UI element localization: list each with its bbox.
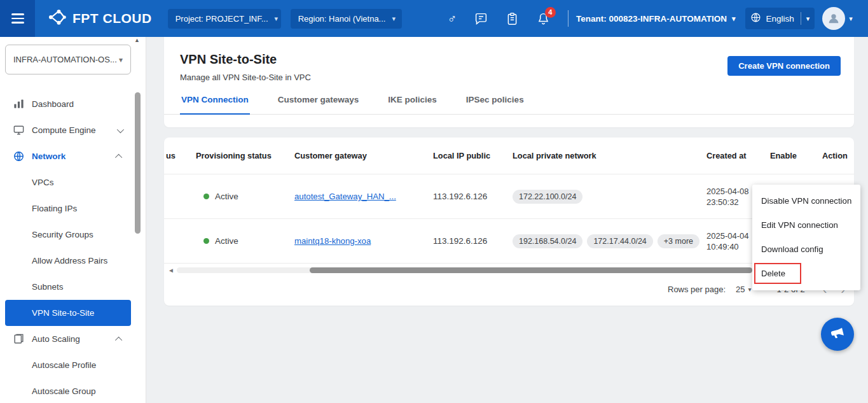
project-dropdown[interactable]: Project: PROJECT_INF... ▾	[168, 9, 281, 29]
tab-bar: VPN Connection Customer gateways IKE pol…	[164, 95, 854, 115]
column-provisioning-status: Provisioning status	[196, 151, 294, 160]
menu-item-disable-vpn-connection[interactable]: Disable VPN connection	[752, 189, 860, 213]
status-active-dot	[203, 238, 209, 244]
hamburger-menu-icon[interactable]	[0, 0, 35, 37]
chevron-down-icon: ▾	[732, 15, 736, 23]
table-row: Active autotest_Gateway_HAN_... 113.192.…	[164, 174, 854, 219]
scrollbar-thumb[interactable]	[310, 267, 752, 273]
create-vpn-connection-button[interactable]: Create VPN connection	[727, 56, 841, 76]
topbar: FPT CLOUD Project: PROJECT_INF... ▾ Regi…	[0, 0, 868, 37]
sidebar-item-autoscale-profile[interactable]: Autoscale Profile	[5, 352, 131, 378]
tab-customer-gateways[interactable]: Customer gateways	[277, 95, 361, 115]
customer-gateway-link[interactable]: autotest_Gateway_HAN_...	[294, 192, 433, 201]
sidebar-item-dashboard[interactable]: Dashboard	[5, 91, 131, 117]
tab-ike-policies[interactable]: IKE policies	[387, 95, 438, 115]
chevron-up-icon	[115, 336, 122, 343]
chevron-down-icon: ▾	[119, 55, 123, 64]
sidebar-item-compute-engine[interactable]: Compute Engine	[5, 117, 131, 143]
column-customer-gateway: Customer gateway	[294, 151, 433, 160]
sidebar-item-floating-ips[interactable]: Floating IPs	[5, 195, 131, 222]
chevron-down-icon: ▾	[748, 286, 752, 293]
local-ip-public: 113.192.6.126	[433, 236, 513, 246]
column-status: us	[164, 151, 196, 160]
language-dropdown[interactable]: English ▾	[745, 8, 815, 29]
menu-item-download-config[interactable]: Download config	[752, 237, 860, 262]
table-footer: Rows per page: 25 ▾ 1-2 of 2 ‹ ›	[164, 275, 854, 303]
chevron-down-icon: ▾	[385, 15, 396, 23]
avatar	[822, 7, 845, 30]
sidebar-item-network[interactable]: Network	[5, 143, 131, 169]
logo-text: FPT CLOUD	[72, 11, 152, 26]
rows-per-page-label: Rows per page:	[668, 285, 726, 294]
table-header-row: us Provisioning status Customer gateway …	[164, 138, 854, 174]
notification-badge: 4	[545, 7, 556, 18]
horizontal-scrollbar: ◄	[164, 267, 854, 275]
vpn-connections-table-card: us Provisioning status Customer gateway …	[164, 138, 854, 306]
status-active-dot	[203, 194, 209, 199]
network-globe-icon	[13, 150, 25, 162]
sidebar-item-vpcs[interactable]: VPCs	[5, 169, 131, 195]
announcement-fab[interactable]	[821, 318, 854, 351]
local-ip-public: 113.192.6.126	[433, 192, 513, 201]
provisioning-status: Active	[215, 236, 238, 246]
network-chip: 192.168.54.0/24	[513, 234, 582, 248]
menu-item-delete[interactable]: Delete	[752, 262, 860, 286]
sidebar-scrollbar[interactable]	[135, 92, 141, 234]
region-dropdown[interactable]: Region: Hanoi (Vietna... ▾	[291, 9, 402, 29]
rows-per-page-select[interactable]: 25 ▾	[736, 285, 752, 294]
auto-scaling-icon	[13, 333, 25, 345]
sidebar-item-vpn-site-to-site[interactable]: VPN Site-to-Site	[5, 300, 131, 326]
column-local-ip-public: Local IP public	[433, 151, 513, 160]
male-icon[interactable]: ♂	[448, 13, 457, 25]
sidebar-item-subnets[interactable]: Subnets	[5, 274, 131, 300]
table-row: Active maintq18-khong-xoa 113.192.6.126 …	[164, 219, 854, 264]
row-action-context-menu: Disable VPN connection Edit VPN connecti…	[752, 185, 860, 290]
main-content: VPN Site-to-Site Manage all VPN Site-to-…	[164, 37, 854, 403]
compute-engine-icon	[13, 124, 25, 136]
chevron-down-icon: ▾	[849, 15, 853, 23]
network-chip: 172.22.100.0/24	[513, 190, 582, 204]
sidebar-item-allow-address-pairs[interactable]: Allow Address Pairs	[5, 248, 131, 274]
scroll-left-icon[interactable]: ◄	[168, 267, 174, 274]
megaphone-icon	[830, 326, 845, 343]
chevron-down-icon: ▾	[806, 15, 810, 23]
tab-vpn-connection[interactable]: VPN Connection	[180, 95, 250, 115]
more-networks-chip[interactable]: +3 more	[658, 234, 699, 248]
column-action: Action	[822, 151, 854, 160]
globe-icon	[750, 12, 766, 25]
column-enable: Enable	[770, 151, 822, 160]
created-at: 2025-04-04 10:49:40	[706, 230, 752, 252]
page-header-card: VPN Site-to-Site Manage all VPN Site-to-…	[164, 37, 854, 127]
sidebar-item-auto-scaling[interactable]: Auto Scaling	[5, 326, 131, 352]
feedback-chat-icon[interactable]	[474, 12, 488, 25]
scroll-up-icon[interactable]: ▲	[134, 37, 140, 43]
user-menu[interactable]: ▾	[822, 7, 853, 30]
network-chip: 172.17.44.0/24	[587, 234, 652, 248]
dashboard-icon	[13, 98, 25, 110]
sidebar-item-autoscale-group[interactable]: Autoscale Group	[5, 378, 131, 403]
notification-bell-icon[interactable]: 4	[537, 12, 550, 25]
menu-item-edit-vpn-connection[interactable]: Edit VPN connection	[752, 213, 860, 237]
created-at: 2025-04-08 23:50:32	[706, 186, 752, 208]
chevron-up-icon	[115, 153, 122, 160]
provisioning-status: Active	[215, 192, 238, 201]
clipboard-icon[interactable]	[506, 12, 519, 25]
tenant-dropdown[interactable]: Tenant: 000823-INFRA-AUTOMATION ▾	[576, 14, 736, 24]
chevron-down-icon	[117, 125, 124, 132]
fpt-cloud-logo: FPT CLOUD	[48, 8, 152, 29]
column-created-at: Created at	[706, 151, 770, 160]
fpt-logo-icon	[48, 8, 67, 29]
topbar-divider	[568, 10, 568, 27]
workspace-dropdown[interactable]: INFRA-AUTOMATION-OS... ▾	[5, 45, 131, 74]
sidebar: INFRA-AUTOMATION-OS... ▾ Dashboard Compu…	[0, 37, 146, 403]
customer-gateway-link[interactable]: maintq18-khong-xoa	[294, 236, 433, 246]
tab-ipsec-policies[interactable]: IPSec policies	[465, 95, 525, 115]
sidebar-item-security-groups[interactable]: Security Groups	[5, 222, 131, 248]
chevron-down-icon: ▾	[268, 15, 279, 23]
column-local-private-network: Local private network	[513, 151, 706, 160]
